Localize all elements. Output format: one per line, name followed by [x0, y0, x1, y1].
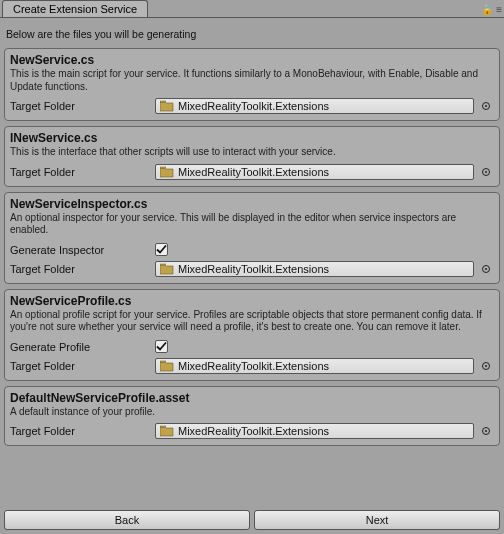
checkbox[interactable]	[155, 340, 168, 353]
folder-value: MixedRealityToolkit.Extensions	[178, 360, 471, 372]
svg-point-7	[485, 365, 487, 367]
object-picker-icon[interactable]	[478, 98, 494, 114]
svg-point-5	[485, 268, 487, 270]
footer-buttons: Back Next	[0, 507, 504, 534]
content-area: Below are the files you will be generati…	[0, 18, 504, 507]
folder-label: Target Folder	[10, 100, 155, 112]
group-title: INewService.cs	[10, 131, 494, 146]
svg-point-9	[485, 430, 487, 432]
checkbox-label: Generate Inspector	[10, 244, 155, 256]
lock-icon[interactable]: 🔒	[481, 4, 493, 15]
menu-icon[interactable]: ≡	[496, 4, 502, 15]
svg-point-3	[485, 171, 487, 173]
group-title: NewServiceInspector.cs	[10, 197, 494, 212]
folder-row: Target FolderMixedRealityToolkit.Extensi…	[10, 260, 494, 278]
checkbox-label: Generate Profile	[10, 341, 155, 353]
object-picker-icon[interactable]	[478, 164, 494, 180]
target-folder-field[interactable]: MixedRealityToolkit.Extensions	[155, 98, 474, 114]
folder-value: MixedRealityToolkit.Extensions	[178, 100, 471, 112]
target-folder-field[interactable]: MixedRealityToolkit.Extensions	[155, 164, 474, 180]
file-group: NewServiceProfile.csAn optional profile …	[4, 289, 500, 381]
folder-label: Target Folder	[10, 360, 155, 372]
folder-row: Target FolderMixedRealityToolkit.Extensi…	[10, 422, 494, 440]
window-controls: 🔒 ≡	[481, 4, 502, 17]
folder-label: Target Folder	[10, 263, 155, 275]
group-desc: An optional inspector for your service. …	[10, 212, 494, 240]
folder-value: MixedRealityToolkit.Extensions	[178, 166, 471, 178]
folder-row: Target FolderMixedRealityToolkit.Extensi…	[10, 163, 494, 181]
folder-value: MixedRealityToolkit.Extensions	[178, 425, 471, 437]
folder-icon	[160, 100, 174, 112]
file-group: NewServiceInspector.csAn optional inspec…	[4, 192, 500, 284]
target-folder-field[interactable]: MixedRealityToolkit.Extensions	[155, 358, 474, 374]
object-picker-icon[interactable]	[478, 423, 494, 439]
folder-icon	[160, 263, 174, 275]
folder-icon	[160, 425, 174, 437]
folder-row: Target FolderMixedRealityToolkit.Extensi…	[10, 357, 494, 375]
checkbox[interactable]	[155, 243, 168, 256]
checkbox-row: Generate Profile	[10, 338, 494, 356]
intro-text: Below are the files you will be generati…	[4, 22, 500, 48]
group-desc: A default instance of your profile.	[10, 406, 494, 422]
target-folder-field[interactable]: MixedRealityToolkit.Extensions	[155, 423, 474, 439]
tab-bar: Create Extension Service 🔒 ≡	[0, 0, 504, 18]
file-group: INewService.csThis is the interface that…	[4, 126, 500, 187]
folder-row: Target FolderMixedRealityToolkit.Extensi…	[10, 97, 494, 115]
group-title: NewServiceProfile.cs	[10, 294, 494, 309]
target-folder-field[interactable]: MixedRealityToolkit.Extensions	[155, 261, 474, 277]
folder-icon	[160, 360, 174, 372]
folder-icon	[160, 166, 174, 178]
group-desc: An optional profile script for your serv…	[10, 309, 494, 337]
window: Create Extension Service 🔒 ≡ Below are t…	[0, 0, 504, 534]
window-tab[interactable]: Create Extension Service	[2, 0, 148, 17]
group-title: NewService.cs	[10, 53, 494, 68]
file-group: NewService.csThis is the main script for…	[4, 48, 500, 121]
svg-point-1	[485, 105, 487, 107]
next-button[interactable]: Next	[254, 510, 500, 530]
file-group: DefaultNewServiceProfile.assetA default …	[4, 386, 500, 447]
object-picker-icon[interactable]	[478, 261, 494, 277]
group-title: DefaultNewServiceProfile.asset	[10, 391, 494, 406]
back-button[interactable]: Back	[4, 510, 250, 530]
checkbox-row: Generate Inspector	[10, 241, 494, 259]
group-desc: This is the interface that other scripts…	[10, 146, 494, 162]
object-picker-icon[interactable]	[478, 358, 494, 374]
folder-label: Target Folder	[10, 425, 155, 437]
group-desc: This is the main script for your service…	[10, 68, 494, 96]
folder-label: Target Folder	[10, 166, 155, 178]
folder-value: MixedRealityToolkit.Extensions	[178, 263, 471, 275]
